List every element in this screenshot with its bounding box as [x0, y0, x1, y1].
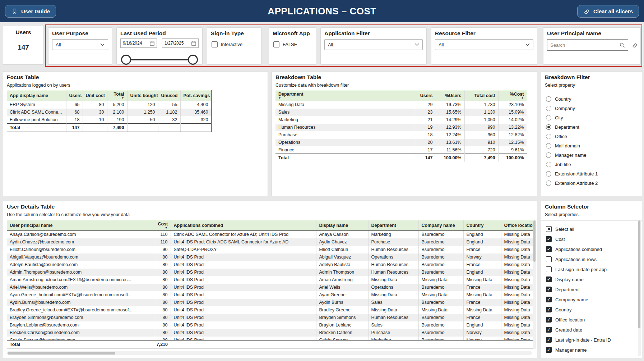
- slider-handle-end[interactable]: [188, 55, 198, 65]
- column-header-total[interactable]: Total▼: [107, 90, 127, 101]
- table-row[interactable]: Calvin.Sawyer@bsuredemo.com80Unit4 IDS P…: [7, 337, 534, 341]
- column-header-applications-combined[interactable]: Applications combined: [171, 220, 316, 231]
- checkbox-option-last-sign-in-date-per-app[interactable]: Last sign-in date per app: [546, 264, 637, 274]
- table-row[interactable]: Sales2315.65%1,13015.09%: [275, 109, 527, 116]
- column-header-country[interactable]: Country: [463, 220, 501, 231]
- table-row[interactable]: Admin.Thompson@bsuredemo.com80Unit4 IDS …: [7, 269, 534, 276]
- table-row[interactable]: Citrix ADC SAML Conne...68302,1001,2501,…: [7, 109, 211, 116]
- table-cell: Ayan.Greene_hotmail.com#EXT#@bsuredemo.o…: [7, 291, 155, 299]
- table-row[interactable]: Amari.Armstrong_icloud.com#EXT#@bsuredem…: [7, 276, 534, 284]
- checkbox-option-company-name[interactable]: Company name: [546, 294, 637, 305]
- table-row[interactable]: Elliott.Calhoun@bsuredemo.com90SafeQ-LDA…: [7, 246, 534, 253]
- column-header-unit-cost[interactable]: Unit cost: [83, 90, 107, 101]
- table-row[interactable]: Brayden.Simmons@bsuredemo.com80Unit4 IDS…: [7, 314, 534, 321]
- total-cell: 147: [66, 124, 83, 132]
- application-filter-dropdown[interactable]: All: [324, 39, 423, 50]
- column-header-user-principal-name[interactable]: User principal name: [7, 220, 155, 231]
- table-row[interactable]: Braylon.Leblanc@bsuredemo.com80Unit4 IDS…: [7, 321, 534, 329]
- table-row[interactable]: Missing Data2919.73%1,73023.10%: [275, 101, 527, 109]
- table-row[interactable]: Aydin.Burns@bsuredemo.com80Unit4 IDS Pro…: [7, 299, 534, 306]
- table-row[interactable]: Finance1711.56%7209.61%: [275, 146, 527, 154]
- column-header-pot-savings[interactable]: Pot. savings: [180, 90, 211, 101]
- radio-option-extension-attribute-2[interactable]: Extension Attribute 2: [546, 178, 637, 188]
- table-row[interactable]: Aydin.Chavez@bsuredemo.com110Unit4 IDS P…: [7, 238, 534, 246]
- checkbox-option-display-name[interactable]: Display name: [546, 274, 637, 284]
- end-date-input[interactable]: 1/27/2025: [162, 38, 199, 48]
- vertical-scrollbar-thumb[interactable]: [533, 220, 536, 262]
- checkbox-option-select-all[interactable]: Select all: [546, 224, 637, 234]
- user-guide-button[interactable]: User Guide: [5, 5, 56, 18]
- interactive-checkbox-option[interactable]: Interactive: [212, 41, 242, 47]
- table-row[interactable]: Brecken.Carlson@bsuredemo.com80Unit4 IDS…: [7, 329, 534, 337]
- column-header-users[interactable]: %Users: [436, 90, 464, 101]
- radio-option-country[interactable]: Country: [546, 94, 637, 104]
- column-header-app-display-name[interactable]: App display name: [7, 90, 66, 101]
- column-header-department[interactable]: Department: [368, 220, 418, 231]
- table-row[interactable]: Follow me print Solution18101905032320: [7, 116, 211, 124]
- radio-option-job-title[interactable]: Job title: [546, 160, 637, 169]
- vertical-scrollbar-thumb[interactable]: [638, 220, 640, 328]
- checkbox-option-applications-combined[interactable]: Applications combined: [546, 244, 637, 254]
- search-input[interactable]: [547, 42, 620, 48]
- table-cell: Unit4 IDS Prod: [171, 306, 316, 314]
- radio-option-extension-attribute-1[interactable]: Extension Attribute 1: [546, 169, 637, 178]
- table-row[interactable]: Marketing2114.29%1,05014.02%: [275, 116, 527, 124]
- radio-option-office[interactable]: Office: [546, 132, 637, 141]
- user-purpose-dropdown[interactable]: All: [52, 39, 108, 50]
- radio-option-manager-name[interactable]: Manager name: [546, 150, 637, 160]
- horizontal-scrollbar-thumb[interactable]: [8, 352, 115, 355]
- column-header-units-bought[interactable]: Units bought: [127, 90, 158, 101]
- table-row[interactable]: Anaya.Carlson@bsuredemo.com110Citrix ADC…: [7, 231, 534, 238]
- checkbox-option-manager-name[interactable]: Manager name: [546, 345, 637, 355]
- checkbox-option-office-location[interactable]: Office location: [546, 315, 637, 325]
- table-row[interactable]: Ayan.Greene_hotmail.com#EXT#@bsuredemo.o…: [7, 291, 534, 299]
- column-header-department[interactable]: Department▼: [275, 90, 415, 101]
- table-row[interactable]: Bradley.Greene_icloud.com#EXT#@bsuredemo…: [7, 306, 534, 314]
- table-row[interactable]: Purchase1812.24%96012.82%: [275, 131, 527, 139]
- column-header-display-name[interactable]: Display name: [316, 220, 368, 231]
- table-row[interactable]: Operations2013.61%91012.15%: [275, 139, 527, 146]
- column-header-unused[interactable]: Unused: [158, 90, 180, 101]
- clear-selections-eraser-icon[interactable]: [631, 42, 638, 49]
- table-row[interactable]: Abigail.Vasquez@bsuredemo.com80Unit4 IDS…: [7, 253, 534, 261]
- column-header-total-cost[interactable]: Total cost: [464, 90, 498, 101]
- radio-option-company[interactable]: Company: [546, 104, 637, 113]
- checkbox-option-department[interactable]: Department: [546, 284, 637, 294]
- table-cell: Anaya Carlson: [316, 231, 368, 238]
- column-header-company-name[interactable]: Company name: [418, 220, 463, 231]
- column-header-cost[interactable]: %Cost▼: [498, 90, 527, 101]
- radio-option-city[interactable]: City: [546, 113, 637, 122]
- table-cell: Purchase: [275, 131, 415, 139]
- checkbox-option-country[interactable]: Country: [546, 305, 637, 315]
- user-details-table-subtitle: Use the column selector to customize how…: [3, 210, 537, 219]
- total-cell: [83, 124, 107, 132]
- radio-option-department[interactable]: Department: [546, 122, 637, 132]
- radio-option-mail-domain[interactable]: Mail domain: [546, 141, 637, 150]
- checkbox-option-label: Applications in rows: [555, 257, 597, 262]
- checkbox-option-last-sign-in-date-entra-id[interactable]: Last sign-in date - Entra ID: [546, 335, 637, 345]
- resource-filter-dropdown[interactable]: All: [435, 39, 533, 50]
- checkbox-option-created-date[interactable]: Created date: [546, 325, 637, 335]
- checkbox-option-cost[interactable]: Cost: [546, 234, 637, 244]
- vertical-scrollbar[interactable]: [533, 220, 536, 349]
- table-cell: 80: [155, 261, 171, 269]
- vertical-scrollbar[interactable]: [638, 220, 641, 356]
- table-row[interactable]: ERP System65805,200120554,400: [7, 101, 211, 109]
- slider-handle-start[interactable]: [121, 55, 131, 65]
- horizontal-scrollbar[interactable]: [7, 351, 532, 355]
- table-row[interactable]: Human Resources1912.93%99013.22%: [275, 124, 527, 131]
- start-date-input[interactable]: 9/16/2024: [120, 38, 157, 48]
- table-row[interactable]: Ariel.Wells@bsuredemo.com80Unit4 IDS Pro…: [7, 284, 534, 291]
- table-row[interactable]: Adelyn.Bautista@bsuredemo.com80Unit4 IDS…: [7, 261, 534, 269]
- checkbox-option-applications-in-rows[interactable]: Applications in rows: [546, 254, 637, 264]
- checkbox-checked-icon: [546, 337, 552, 343]
- column-header-users[interactable]: Users: [66, 90, 83, 101]
- table-cell: Purchase: [368, 238, 418, 246]
- table-cell: Elliott Calhoun: [316, 246, 368, 253]
- column-header-users[interactable]: Users: [415, 90, 436, 101]
- false-checkbox-option[interactable]: FALSE: [273, 41, 297, 47]
- column-header-cost[interactable]: Cost▼: [155, 220, 171, 231]
- table-cell: France: [463, 284, 501, 291]
- clear-all-slicers-button[interactable]: Clear all slicers: [577, 5, 639, 18]
- column-header-office-location[interactable]: Office location: [501, 220, 534, 231]
